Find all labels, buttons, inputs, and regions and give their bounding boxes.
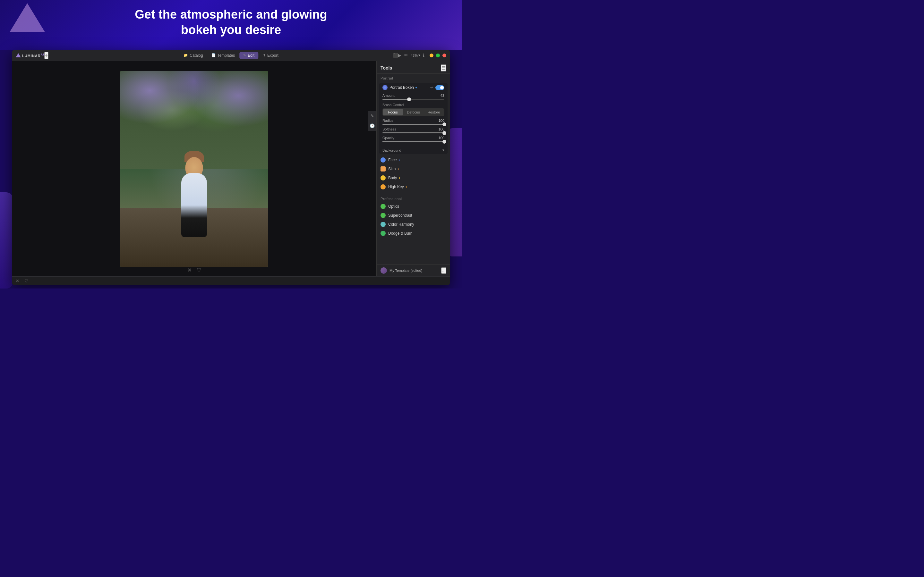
templates-icon: 📄: [212, 53, 216, 57]
amount-slider-thumb[interactable]: [407, 97, 411, 101]
export-nav-btn[interactable]: ⬆ Export: [259, 52, 282, 59]
highkey-star-icon: ✦: [405, 185, 407, 189]
amount-value: 43: [441, 93, 444, 97]
headline-line1: Get the atmospheric and glowing: [135, 8, 327, 21]
background-dropdown[interactable]: Background ▾: [379, 146, 447, 154]
background-chevron-icon: ▾: [443, 148, 444, 152]
section-divider: [376, 193, 450, 193]
template-menu-button[interactable]: ...: [441, 268, 446, 274]
softness-slider-row: Softness 100: [383, 125, 444, 134]
restore-tab[interactable]: Restore: [424, 109, 444, 115]
professional-tools-list: Optics Supercontrast Color Harmony Dodge…: [376, 202, 450, 238]
content-area: ✕ ♡ Tools ☰ ✎ 🕐 Portrait: [12, 61, 450, 276]
panel-title: Tools: [381, 65, 392, 71]
face-star-icon: ✦: [398, 158, 401, 162]
subject-body: [181, 173, 207, 237]
opacity-slider-track[interactable]: [383, 141, 444, 142]
skin-icon: [381, 166, 386, 171]
window-controls: [430, 53, 446, 57]
bottom-x-button[interactable]: ✕: [16, 279, 19, 284]
brush-tabs: Focus Defocus Restore: [383, 108, 444, 116]
templates-nav-btn[interactable]: 📄 Templates: [208, 52, 239, 59]
supercontrast-icon: [381, 213, 386, 218]
brush-control-label: Brush Control: [383, 103, 444, 107]
template-icon: [381, 268, 387, 274]
photo-area: ✕ ♡: [12, 61, 376, 276]
highkey-tool-name: High Key ✦: [388, 185, 407, 189]
tool-item-optics[interactable]: Optics: [376, 202, 450, 211]
face-tool-name: Face ✦: [388, 158, 401, 162]
amount-label-row: Amount 43: [383, 93, 444, 97]
bottom-heart-button[interactable]: ♡: [24, 279, 28, 284]
titlebar-right-controls: ⬛▶ 👁 43% ▾ ℹ: [393, 53, 446, 58]
softness-slider-fill: [383, 132, 444, 133]
export-icon: ⬆: [263, 53, 266, 57]
headline-section: Get the atmospheric and glowing bokeh yo…: [0, 7, 462, 37]
photo-subject: [168, 135, 220, 237]
body-icon: [381, 175, 386, 181]
catalog-nav-btn[interactable]: 📁 Catalog: [180, 52, 207, 59]
favorite-button[interactable]: ♡: [197, 267, 201, 273]
professional-section-header: Professional: [376, 194, 450, 202]
zoom-value: 43%: [411, 53, 418, 57]
tool-item-highkey[interactable]: High Key ✦: [376, 182, 450, 191]
radius-value: 100: [439, 119, 444, 122]
tool-item-dodgeburn[interactable]: Dodge & Burn: [376, 229, 450, 238]
filter-button[interactable]: ☰: [441, 64, 446, 71]
supercontrast-tool-name: Supercontrast: [388, 213, 412, 218]
tool-item-face[interactable]: Face ✦: [376, 155, 450, 164]
optics-tool-name: Optics: [388, 204, 399, 209]
background-label: Background: [383, 148, 401, 152]
portrait-bokeh-icon: [383, 85, 388, 90]
opacity-label: Opacity: [383, 136, 394, 140]
close-photo-button[interactable]: ✕: [187, 267, 192, 273]
panel-header: Tools ☰: [376, 61, 450, 74]
right-panel: Tools ☰ ✎ 🕐 Portrait Portrait Bokeh ✦: [376, 61, 450, 276]
headline-line2: bokeh you desire: [181, 23, 281, 37]
template-footer: My Template (edited) ...: [376, 264, 450, 276]
radius-slider-thumb[interactable]: [443, 122, 446, 126]
tool-item-colorharmony[interactable]: Color Harmony: [376, 220, 450, 229]
brush-control-section: Brush Control Focus Defocus Restore Radi…: [379, 101, 447, 145]
eye-button[interactable]: 👁: [404, 53, 408, 58]
edit-nav-btn[interactable]: ✎ Edit: [239, 52, 258, 59]
body-star-icon: ✦: [398, 176, 401, 180]
radius-slider-row: Radius 100: [383, 118, 444, 125]
body-tool-name: Body ✦: [388, 176, 401, 180]
bokeh-toggle[interactable]: [435, 85, 444, 90]
opacity-value: 100: [439, 136, 444, 140]
radius-slider-track[interactable]: [383, 124, 444, 125]
bokeh-header: Portrait Bokeh ✦ ↩: [379, 83, 447, 92]
opacity-slider-row: Opacity 100: [383, 134, 444, 143]
dodgeburn-icon: [381, 231, 386, 236]
opacity-slider-thumb[interactable]: [443, 140, 446, 143]
amount-slider-row: Amount 43: [379, 92, 447, 101]
add-button[interactable]: +: [44, 52, 48, 59]
tool-item-supercontrast[interactable]: Supercontrast: [376, 211, 450, 220]
nav-bar: 📁 Catalog 📄 Templates ✎ Edit ⬆ Export: [180, 52, 282, 59]
zoom-chevron-icon: ▾: [418, 53, 420, 57]
defocus-tab[interactable]: Defocus: [404, 109, 423, 115]
amount-slider-fill: [383, 99, 409, 100]
logo-triangle-icon: [16, 53, 21, 57]
softness-slider-track[interactable]: [383, 132, 444, 133]
maximize-button[interactable]: [436, 53, 440, 57]
info-button[interactable]: ℹ: [423, 53, 425, 58]
amount-label: Amount: [383, 93, 395, 97]
amount-slider-track[interactable]: [383, 99, 444, 100]
app-logo: LUMINARAI: [16, 53, 44, 58]
photo-container: [120, 71, 268, 267]
zoom-control[interactable]: 43% ▾: [411, 53, 420, 57]
bokeh-actions: ↩: [430, 85, 444, 90]
bokeh-reset-button[interactable]: ↩: [430, 85, 433, 90]
minimize-button[interactable]: [430, 53, 433, 57]
close-button[interactable]: [443, 53, 446, 57]
template-name: My Template (edited): [389, 269, 439, 272]
portrait-section-header: Portrait: [376, 74, 450, 81]
softness-slider-thumb[interactable]: [443, 131, 446, 135]
focus-tab[interactable]: Focus: [383, 109, 403, 115]
tool-item-skin[interactable]: Skin ✦: [376, 164, 450, 173]
app-window: LUMINARAI + 📁 Catalog 📄 Templates ✎ Edit…: [12, 50, 450, 285]
slideshow-button[interactable]: ⬛▶: [393, 53, 401, 58]
tool-item-body[interactable]: Body ✦: [376, 173, 450, 182]
